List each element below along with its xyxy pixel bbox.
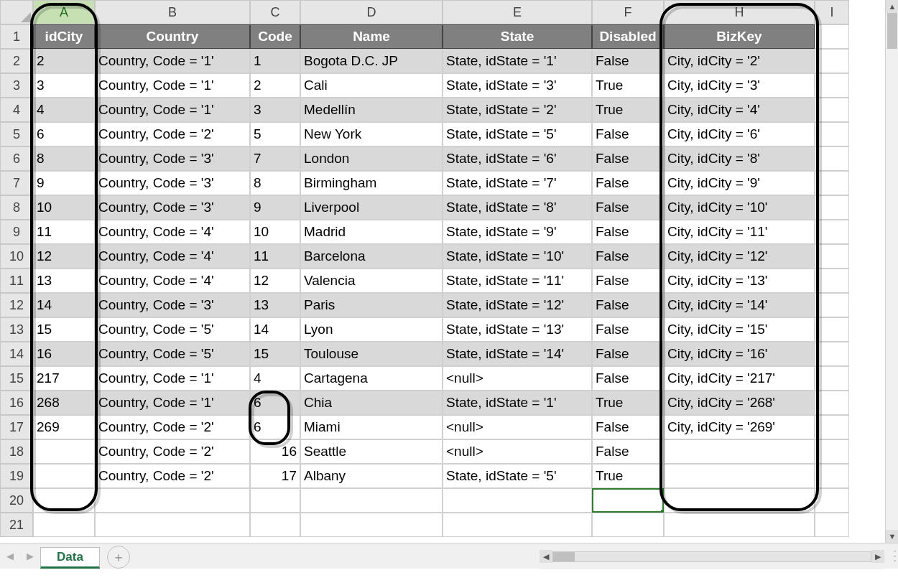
column-header-D[interactable]: D xyxy=(300,0,443,24)
select-all-corner[interactable] xyxy=(0,0,33,24)
cell-15-D[interactable]: Cartagena xyxy=(300,366,443,391)
cell-6-C[interactable]: 7 xyxy=(250,146,300,171)
cell-11-C[interactable]: 12 xyxy=(250,269,300,293)
cell-21-E[interactable] xyxy=(443,513,592,537)
row-header-10[interactable]: 10 xyxy=(0,244,33,269)
table-header-H[interactable]: BizKey xyxy=(664,24,815,49)
cell-3-D[interactable]: Cali xyxy=(300,73,443,98)
cell-19-F[interactable]: True xyxy=(592,464,664,488)
cell-8-I[interactable] xyxy=(815,195,849,220)
row-header-6[interactable]: 6 xyxy=(0,146,33,171)
cell-13-H[interactable]: City, idCity = '15' xyxy=(664,317,815,342)
cell-17-A[interactable]: 269 xyxy=(33,415,95,439)
cell-2-A[interactable]: 2 xyxy=(33,49,95,73)
cell-15-I[interactable] xyxy=(815,366,849,391)
cell-12-D[interactable]: Paris xyxy=(300,293,443,317)
cell-13-B[interactable]: Country, Code = '5' xyxy=(95,317,250,342)
cell-4-B[interactable]: Country, Code = '1' xyxy=(95,98,250,122)
row-header-7[interactable]: 7 xyxy=(0,171,33,195)
cell-1-I[interactable] xyxy=(815,24,849,49)
cell-12-F[interactable]: False xyxy=(592,293,664,317)
cell-21-A[interactable] xyxy=(33,513,95,537)
cell-12-A[interactable]: 14 xyxy=(33,293,95,317)
cell-18-F[interactable]: False xyxy=(592,439,664,464)
row-header-2[interactable]: 2 xyxy=(0,49,33,73)
cell-17-E[interactable]: <null> xyxy=(443,415,592,439)
cell-16-B[interactable]: Country, Code = '1' xyxy=(95,391,250,415)
cell-9-F[interactable]: False xyxy=(592,220,664,244)
column-header-H[interactable]: H xyxy=(664,0,815,24)
cell-6-H[interactable]: City, idCity = '8' xyxy=(664,146,815,171)
cell-11-E[interactable]: State, idState = '11' xyxy=(443,269,592,293)
cell-3-F[interactable]: True xyxy=(592,73,664,98)
cell-13-E[interactable]: State, idState = '13' xyxy=(443,317,592,342)
cell-6-F[interactable]: False xyxy=(592,146,664,171)
cell-2-D[interactable]: Bogota D.C. JP xyxy=(300,49,443,73)
cell-2-B[interactable]: Country, Code = '1' xyxy=(95,49,250,73)
row-header-11[interactable]: 11 xyxy=(0,269,33,293)
row-header-9[interactable]: 9 xyxy=(0,220,33,244)
scroll-left-icon[interactable]: ◀ xyxy=(540,550,552,563)
cell-21-D[interactable] xyxy=(300,513,443,537)
cell-9-C[interactable]: 10 xyxy=(250,220,300,244)
cell-3-A[interactable]: 3 xyxy=(33,73,95,98)
cell-5-E[interactable]: State, idState = '5' xyxy=(443,122,592,146)
cell-19-B[interactable]: Country, Code = '2' xyxy=(95,464,250,488)
cell-19-E[interactable]: State, idState = '5' xyxy=(443,464,592,488)
cell-8-D[interactable]: Liverpool xyxy=(300,195,443,220)
cell-17-C[interactable]: 6 xyxy=(250,415,300,439)
cell-5-I[interactable] xyxy=(815,122,849,146)
cell-13-F[interactable]: False xyxy=(592,317,664,342)
cell-15-C[interactable]: 4 xyxy=(250,366,300,391)
cell-9-I[interactable] xyxy=(815,220,849,244)
cell-17-I[interactable] xyxy=(815,415,849,439)
row-header-5[interactable]: 5 xyxy=(0,122,33,146)
cell-21-B[interactable] xyxy=(95,513,250,537)
scroll-up-icon[interactable]: ▲ xyxy=(886,0,898,13)
cell-10-E[interactable]: State, idState = '10' xyxy=(443,244,592,269)
cell-10-B[interactable]: Country, Code = '4' xyxy=(95,244,250,269)
cell-10-H[interactable]: City, idCity = '12' xyxy=(664,244,815,269)
cell-3-E[interactable]: State, idState = '3' xyxy=(443,73,592,98)
cell-4-E[interactable]: State, idState = '2' xyxy=(443,98,592,122)
cell-6-E[interactable]: State, idState = '6' xyxy=(443,146,592,171)
cell-8-H[interactable]: City, idCity = '10' xyxy=(664,195,815,220)
cell-7-I[interactable] xyxy=(815,171,849,195)
cell-5-C[interactable]: 5 xyxy=(250,122,300,146)
cell-14-H[interactable]: City, idCity = '16' xyxy=(664,342,815,366)
row-header-13[interactable]: 13 xyxy=(0,317,33,342)
cell-8-F[interactable]: False xyxy=(592,195,664,220)
cell-17-H[interactable]: City, idCity = '269' xyxy=(664,415,815,439)
cell-16-D[interactable]: Chia xyxy=(300,391,443,415)
cell-19-C[interactable]: 17 xyxy=(250,464,300,488)
horizontal-scrollbar[interactable]: ◀ ▶ xyxy=(540,543,884,569)
cell-9-D[interactable]: Madrid xyxy=(300,220,443,244)
cell-13-C[interactable]: 14 xyxy=(250,317,300,342)
cell-10-F[interactable]: False xyxy=(592,244,664,269)
row-header-3[interactable]: 3 xyxy=(0,73,33,98)
cell-15-F[interactable]: False xyxy=(592,366,664,391)
cell-8-B[interactable]: Country, Code = '3' xyxy=(95,195,250,220)
cell-6-A[interactable]: 8 xyxy=(33,146,95,171)
cell-12-B[interactable]: Country, Code = '3' xyxy=(95,293,250,317)
table-header-C[interactable]: Code xyxy=(250,24,300,49)
cell-17-B[interactable]: Country, Code = '2' xyxy=(95,415,250,439)
scroll-down-icon[interactable]: ▼ xyxy=(886,530,898,543)
cell-16-H[interactable]: City, idCity = '268' xyxy=(664,391,815,415)
table-header-E[interactable]: State xyxy=(443,24,592,49)
cell-20-F[interactable] xyxy=(592,488,664,513)
cell-8-C[interactable]: 9 xyxy=(250,195,300,220)
cell-21-I[interactable] xyxy=(815,513,849,537)
new-sheet-button[interactable]: ＋ xyxy=(107,546,130,569)
cell-9-E[interactable]: State, idState = '9' xyxy=(443,220,592,244)
cell-5-H[interactable]: City, idCity = '6' xyxy=(664,122,815,146)
cell-10-D[interactable]: Barcelona xyxy=(300,244,443,269)
cell-2-H[interactable]: City, idCity = '2' xyxy=(664,49,815,73)
cell-15-E[interactable]: <null> xyxy=(443,366,592,391)
cell-18-H[interactable] xyxy=(664,439,815,464)
table-header-B[interactable]: Country xyxy=(95,24,250,49)
table-header-A[interactable]: idCity xyxy=(33,24,95,49)
cell-13-I[interactable] xyxy=(815,317,849,342)
sheet-tab-active[interactable]: Data xyxy=(40,547,100,569)
row-header-21[interactable]: 21 xyxy=(0,513,33,537)
